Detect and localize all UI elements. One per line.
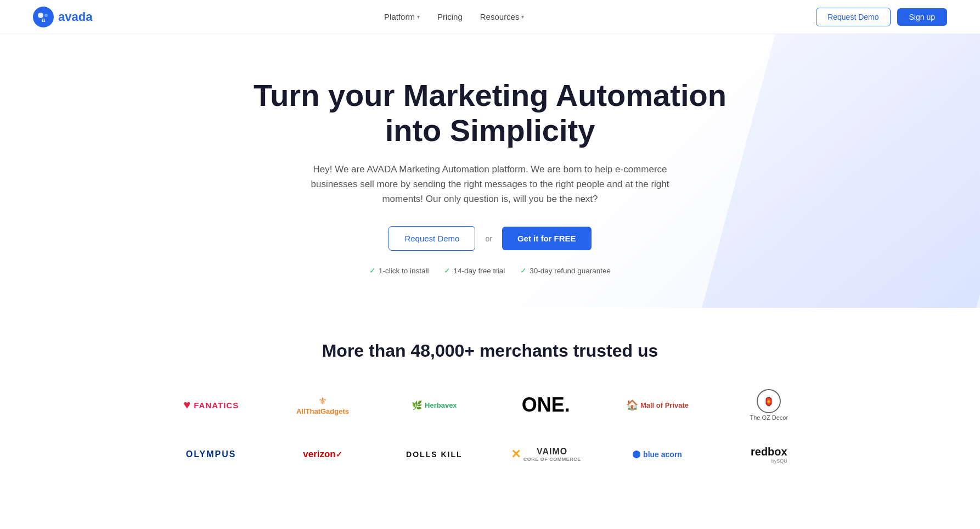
logo-ozdecor: 🏮 The OZ Decor xyxy=(719,389,819,421)
logo-text: avada xyxy=(58,10,92,24)
check-icon-2: ✓ xyxy=(444,266,450,275)
logo-grid: ♥ FANATICS ⚜ AllThatGadgets 🌿 Herbavex O… xyxy=(161,389,819,471)
hero-request-demo-button[interactable]: Request Demo xyxy=(388,226,475,251)
logo-olympus: OLYMPUS xyxy=(161,438,261,471)
nav-links: Platform ▾ Pricing Resources ▾ xyxy=(384,12,524,21)
hero-get-free-button[interactable]: Get it for FREE xyxy=(502,227,592,250)
logo-redbox: redbox bySQU xyxy=(719,438,819,471)
logo-mallprivate: 🏠 Mall of Private xyxy=(607,389,707,421)
hero-section: Turn your Marketing Automation into Simp… xyxy=(0,34,980,308)
badge-trial: ✓ 14-day free trial xyxy=(444,266,505,275)
nav-signup-button[interactable]: Sign up xyxy=(897,8,947,26)
nav-resources[interactable]: Resources ▾ xyxy=(480,12,525,21)
logo-dollskill: DOLLS KILL xyxy=(384,438,485,471)
svg-text:a: a xyxy=(42,16,46,23)
check-icon-1: ✓ xyxy=(369,266,376,275)
hero-subtext: Hey! We are AVADA Marketing Automation p… xyxy=(303,162,677,207)
badge-refund: ✓ 30-day refund guarantee xyxy=(520,266,611,275)
logo-fanatics: ♥ FANATICS xyxy=(161,389,261,421)
hero-headline: Turn your Marketing Automation into Simp… xyxy=(243,78,737,149)
hero-or-text: or xyxy=(485,234,492,243)
platform-chevron-icon: ▾ xyxy=(417,14,420,20)
trusted-section: More than 48,000+ merchants trusted us ♥… xyxy=(0,308,980,498)
logo-allgadgets: ⚜ AllThatGadgets xyxy=(272,389,373,421)
logo-blueacorn: blue acorn xyxy=(607,438,707,471)
resources-chevron-icon: ▾ xyxy=(521,14,524,20)
logo-vaimo: ✕ VAIMO CORE OF COMMERCE xyxy=(495,438,596,471)
trusted-headline: More than 48,000+ merchants trusted us xyxy=(22,341,958,361)
check-icon-3: ✓ xyxy=(520,266,527,275)
logo-icon: a xyxy=(33,7,54,27)
navbar: a avada Platform ▾ Pricing Resources ▾ R… xyxy=(0,0,980,34)
logo-herbavex: 🌿 Herbavex xyxy=(384,389,485,421)
nav-platform[interactable]: Platform ▾ xyxy=(384,12,420,21)
nav-actions: Request Demo Sign up xyxy=(816,8,947,26)
logo-verizon: verizon✓ xyxy=(272,438,373,471)
nav-pricing[interactable]: Pricing xyxy=(437,12,463,21)
logo[interactable]: a avada xyxy=(33,7,92,27)
logo-one: ONE. xyxy=(495,389,596,421)
hero-buttons: Request Demo or Get it for FREE xyxy=(22,226,958,251)
nav-request-demo-button[interactable]: Request Demo xyxy=(816,8,890,26)
badge-install: ✓ 1-click to install xyxy=(369,266,429,275)
hero-badges: ✓ 1-click to install ✓ 14-day free trial… xyxy=(22,266,958,275)
